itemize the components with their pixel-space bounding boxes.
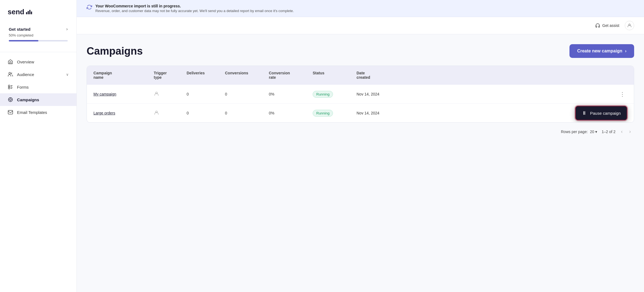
date-cell-1: Nov 14, 2024 ⋮ (357, 90, 627, 99)
person-icon (154, 91, 159, 97)
rows-per-page-label: Rows per page: (561, 130, 588, 134)
status-cell-1: Running (313, 91, 357, 98)
banner-title: Your WooCommerce import is still in prog… (95, 4, 294, 8)
get-assist-label: Get assist (602, 23, 619, 28)
sidebar: send Get started › 50% completed Overvie… (0, 0, 77, 292)
table-row: My campaign 0 0 0% Running Nov 14, 2024 … (87, 85, 634, 103)
page-header: Campaigns Create new campaign › (87, 44, 634, 58)
person-icon-2 (154, 110, 159, 116)
sidebar-item-campaigns[interactable]: Campaigns (0, 93, 76, 106)
table-row: Large orders 0 0 0% Running Nov 14, 2024… (87, 103, 634, 122)
sidebar-item-email-templates-label: Email Templates (17, 110, 69, 115)
sidebar-item-campaigns-label: Campaigns (17, 97, 69, 102)
deliveries-cell-1: 0 (187, 92, 225, 96)
user-icon (627, 23, 632, 28)
logo-bar-3 (29, 10, 30, 14)
sidebar-item-audience-label: Audience (17, 72, 62, 77)
svg-rect-2 (8, 87, 10, 89)
banner-subtitle: Revenue, order, and customer data may no… (95, 9, 294, 13)
header-bar: Get assist (77, 17, 644, 34)
rows-per-page-chevron: ▾ (595, 130, 597, 134)
date-value-1: Nov 14, 2024 (357, 92, 379, 96)
rows-per-page-select[interactable]: 20 ▾ (590, 130, 597, 134)
logo: send (0, 0, 76, 23)
svg-point-4 (10, 99, 12, 101)
pause-label: Pause campaign (590, 111, 621, 116)
get-assist-button[interactable]: Get assist (595, 23, 619, 28)
sidebar-item-overview[interactable]: Overview (0, 55, 76, 68)
conversion-rate-cell-1: 0% (269, 92, 313, 96)
svg-rect-5 (8, 110, 13, 114)
campaign-link-large-orders[interactable]: Large orders (93, 111, 115, 115)
sidebar-item-overview-label: Overview (17, 60, 69, 64)
audience-chevron-icon: ∨ (66, 72, 69, 77)
pagination-range: 1–2 of 2 (602, 130, 615, 134)
conversions-cell-1: 0 (225, 92, 269, 96)
sidebar-item-forms[interactable]: Forms (0, 81, 76, 93)
headset-icon (595, 23, 600, 28)
get-started-header: Get started › (9, 27, 68, 32)
logo-text: send (8, 8, 24, 16)
logo-bar-4 (31, 12, 32, 14)
sidebar-item-audience[interactable]: Audience ∨ (0, 68, 76, 81)
trigger-type-cell-1 (154, 91, 187, 97)
rows-per-page: Rows per page: 20 ▾ (561, 130, 597, 134)
campaign-name-cell: My campaign (93, 92, 154, 96)
svg-point-0 (9, 72, 11, 74)
conversions-cell-2: 0 (225, 111, 269, 115)
sidebar-divider (0, 52, 76, 52)
col-header-conversions: Conversions (225, 71, 269, 80)
create-campaign-button[interactable]: Create new campaign › (569, 44, 634, 58)
col-header-date: Datecreated (357, 71, 627, 80)
pause-icon: ⏸ (582, 110, 587, 116)
date-value-2: Nov 14, 2024 (357, 111, 379, 115)
banner-text: Your WooCommerce import is still in prog… (95, 4, 294, 13)
col-header-trigger: Triggertype (154, 71, 187, 80)
svg-point-3 (8, 98, 13, 102)
progress-bar-fill (9, 40, 38, 41)
get-started-chevron: › (66, 27, 68, 32)
status-badge-running-2: Running (313, 110, 333, 117)
home-icon (8, 59, 13, 64)
create-campaign-arrow: › (625, 49, 626, 54)
campaign-link-my-campaign[interactable]: My campaign (93, 92, 116, 96)
col-header-name: Campaignname (93, 71, 154, 80)
get-started-title: Get started (9, 27, 30, 32)
sidebar-item-email-templates[interactable]: Email Templates (0, 106, 76, 119)
pagination-next-button[interactable]: › (628, 128, 632, 136)
main-area: Your WooCommerce import is still in prog… (77, 0, 644, 292)
conversion-rate-cell-2: 0% (269, 111, 313, 115)
col-header-conversion-rate: Conversionrate (269, 71, 313, 80)
refresh-icon (87, 4, 92, 11)
page-title: Campaigns (87, 45, 143, 57)
progress-bar-bg (9, 40, 68, 41)
campaigns-icon (8, 97, 13, 102)
users-icon (8, 72, 13, 77)
rows-per-page-value: 20 (590, 130, 594, 134)
logo-icon (26, 10, 32, 14)
import-banner: Your WooCommerce import is still in prog… (77, 0, 644, 17)
logo-bar-1 (26, 12, 27, 14)
get-started-box[interactable]: Get started › 50% completed (4, 23, 72, 45)
campaigns-table: Campaignname Triggertype Deliveries Conv… (87, 66, 634, 123)
campaign-name-cell-2: Large orders (93, 111, 154, 115)
status-badge-running-1: Running (313, 91, 333, 98)
trigger-type-cell-2 (154, 110, 187, 116)
email-icon (8, 110, 13, 115)
create-campaign-label: Create new campaign (577, 49, 622, 54)
deliveries-cell-2: 0 (187, 111, 225, 115)
pause-campaign-tooltip[interactable]: ⏸ Pause campaign (575, 106, 627, 120)
col-header-status: Status (313, 71, 357, 80)
table-header: Campaignname Triggertype Deliveries Conv… (87, 66, 634, 85)
row-more-button-1[interactable]: ⋮ (617, 90, 627, 99)
forms-icon (8, 84, 13, 90)
pagination-prev-button[interactable]: ‹ (620, 128, 624, 136)
sidebar-item-forms-label: Forms (17, 85, 69, 89)
user-profile-button[interactable] (625, 21, 634, 30)
get-started-subtitle: 50% completed (9, 33, 68, 37)
pagination: Rows per page: 20 ▾ 1–2 of 2 ‹ › (87, 123, 634, 137)
svg-rect-1 (8, 85, 10, 87)
logo-bar-2 (28, 11, 29, 14)
col-header-deliveries: Deliveries (187, 71, 225, 80)
status-cell-2: Running (313, 110, 357, 117)
